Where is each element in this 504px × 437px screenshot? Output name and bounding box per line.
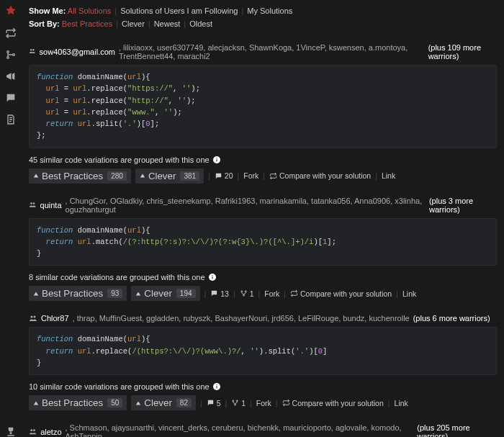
filter-option[interactable]: Newest	[154, 19, 181, 28]
filter-option[interactable]: All Solutions	[68, 6, 112, 15]
best-practices-button[interactable]: Best Practices280	[29, 168, 131, 184]
primary-user[interactable]: Chlor87	[41, 314, 69, 323]
solution: sow4063@gmail.com, lilixiaoxx, user63077…	[29, 43, 497, 184]
plus-warriors[interactable]: (plus 6 more warriors)	[413, 314, 490, 323]
action-row: Best Practices280Clever381|20|Fork|Compa…	[29, 168, 497, 184]
svg-point-8	[30, 202, 32, 204]
svg-point-1	[7, 57, 9, 59]
logo	[4, 4, 17, 17]
clever-count: 82	[176, 398, 192, 407]
plus-warriors[interactable]: (plus 109 more warriors)	[428, 43, 497, 60]
bp-count: 50	[107, 398, 122, 407]
other-users[interactable]: , ChungGor, OGladkiy, chris_steenekamp, …	[66, 197, 426, 214]
other-users[interactable]: , thrap, MuffinGuest, ggladden, rubyszk,…	[73, 314, 410, 323]
compare-link[interactable]: Compare with your solution	[269, 171, 371, 180]
best-practices-button[interactable]: Best Practices93	[29, 286, 127, 301]
bp-count: 93	[107, 289, 122, 298]
plus-warriors[interactable]: (plus 3 more warriors)	[429, 197, 497, 214]
permalink-link[interactable]: Link	[402, 289, 416, 298]
comments-link[interactable]: 20	[215, 171, 233, 180]
action-row: Best Practices50Clever82|5|1|Fork|Compar…	[29, 395, 497, 410]
clever-count: 381	[180, 171, 199, 181]
svg-rect-20	[216, 384, 217, 385]
solution: aletzo, Schmason, ajaysunarthi, vincent_…	[29, 423, 497, 437]
primary-user[interactable]: aletzo	[40, 428, 61, 436]
svg-rect-11	[212, 276, 212, 279]
grouped-line: 10 similar code variations are grouped w…	[29, 382, 497, 391]
clever-count: 194	[176, 289, 196, 298]
other-users[interactable]: , lilixiaoxx, user6307749, alecjacksn, S…	[119, 43, 425, 60]
clever-button[interactable]: Clever194	[131, 286, 199, 301]
fork-link[interactable]: Fork	[264, 289, 279, 298]
show-me-label: Show Me:	[29, 6, 66, 15]
permalink-link[interactable]: Link	[395, 399, 408, 407]
svg-point-17	[34, 316, 36, 318]
compare-link[interactable]: Compare with your solution	[290, 289, 392, 298]
svg-rect-19	[216, 386, 217, 389]
clever-button[interactable]: Clever381	[135, 168, 204, 184]
git-merge-icon[interactable]	[5, 49, 17, 60]
svg-point-14	[245, 291, 246, 292]
permalink-link[interactable]: Link	[382, 171, 395, 180]
svg-point-21	[233, 400, 234, 402]
users-icon	[29, 48, 36, 56]
megaphone-icon[interactable]	[5, 71, 17, 82]
comments-link[interactable]: 13	[210, 289, 229, 298]
info-icon[interactable]	[212, 382, 221, 391]
grouped-text: 8 similar code variations are grouped wi…	[29, 273, 205, 281]
fork-link[interactable]: Fork	[243, 171, 258, 180]
document-icon[interactable]	[5, 114, 17, 125]
users-line: sow4063@gmail.com, lilixiaoxx, user63077…	[29, 43, 497, 60]
sort-by-label: Sort By:	[29, 19, 60, 28]
users-icon	[29, 201, 37, 210]
trophy-icon[interactable]	[5, 425, 17, 437]
content: Show Me: All Solutions|Solutions of User…	[22, 0, 504, 437]
clever-button[interactable]: Clever82	[131, 395, 196, 410]
grouped-text: 45 similar code variations are grouped w…	[29, 156, 210, 164]
svg-point-4	[32, 49, 34, 50]
forks-count[interactable]: 1	[240, 289, 254, 298]
users-line: Chlor87, thrap, MuffinGuest, ggladden, r…	[29, 314, 497, 323]
svg-point-15	[243, 295, 244, 297]
primary-user[interactable]: sow4063@gmail.com	[40, 48, 115, 56]
svg-rect-6	[216, 159, 217, 162]
comments-link[interactable]: 5	[207, 399, 221, 407]
users-line: quinta, ChungGor, OGladkiy, chris_steene…	[29, 197, 497, 214]
show-me-row: Show Me: All Solutions|Solutions of User…	[29, 4, 497, 17]
other-users[interactable]: , Schmason, ajaysunarthi, vincent_derks,…	[66, 423, 414, 437]
users-icon	[29, 428, 37, 436]
chat-icon[interactable]	[5, 92, 17, 104]
filter-option[interactable]: Solutions of Users I am Following	[120, 6, 238, 15]
plus-warriors[interactable]: (plus 205 more warriors)	[417, 423, 497, 437]
filter-option[interactable]: Clever	[122, 19, 145, 28]
compare-link[interactable]: Compare with your solution	[282, 399, 384, 407]
solution: Chlor87, thrap, MuffinGuest, ggladden, r…	[29, 314, 497, 410]
info-icon[interactable]	[212, 156, 221, 164]
grouped-line: 45 similar code variations are grouped w…	[29, 156, 497, 164]
best-practices-button[interactable]: Best Practices50	[29, 395, 127, 410]
svg-point-13	[241, 291, 243, 292]
svg-rect-12	[212, 275, 212, 276]
svg-point-2	[13, 54, 15, 56]
code-block: function domainName(url){ url = url.repl…	[29, 65, 497, 148]
solution: quinta, ChungGor, OGladkiy, chris_steene…	[29, 197, 497, 302]
show-me-options: All Solutions|Solutions of Users I am Fo…	[68, 6, 292, 15]
code-block: function domainName(url){ return url.mat…	[29, 218, 497, 266]
users-line: aletzo, Schmason, ajaysunarthi, vincent_…	[29, 423, 497, 437]
bp-count: 280	[107, 171, 127, 181]
svg-point-9	[33, 202, 35, 204]
info-icon[interactable]	[208, 273, 217, 281]
svg-point-23	[235, 405, 236, 406]
grouped-text: 10 similar code variations are grouped w…	[29, 382, 210, 391]
primary-user[interactable]: quinta	[40, 201, 62, 210]
svg-point-3	[30, 49, 32, 50]
repeat-icon[interactable]	[5, 27, 17, 39]
filter-option[interactable]: Best Practices	[62, 19, 112, 28]
svg-point-0	[7, 51, 9, 53]
filter-option[interactable]: Oldest	[189, 19, 212, 28]
svg-point-25	[33, 430, 35, 432]
filter-option[interactable]: My Solutions	[247, 6, 292, 15]
fork-link[interactable]: Fork	[256, 399, 271, 407]
sort-by-options: Best Practices|Clever|Newest|Oldest	[62, 19, 212, 28]
forks-count[interactable]: 1	[231, 399, 246, 407]
